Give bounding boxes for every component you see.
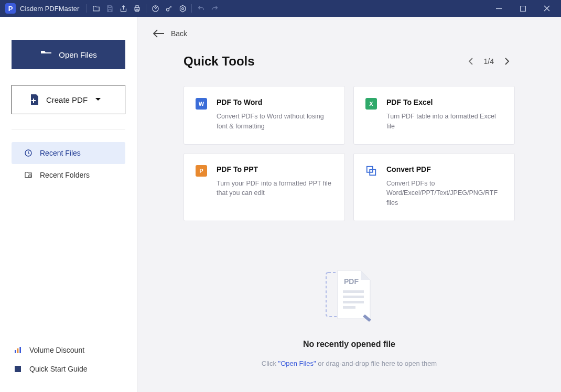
- quick-start-label: Quick Start Guide: [29, 365, 88, 373]
- sidebar-nav: Recent Files Recent Folders: [12, 142, 125, 186]
- book-icon: [14, 365, 22, 373]
- create-pdf-label: Create PDF: [46, 95, 88, 104]
- svg-point-4: [166, 8, 169, 10]
- convert-icon: [365, 165, 377, 177]
- empty-state: PDF No recently opened file Click "Open …: [153, 268, 545, 367]
- card-title: Convert PDF: [386, 165, 503, 173]
- svg-marker-5: [180, 5, 185, 12]
- divider: [12, 129, 125, 129]
- empty-title: No recently opened file: [153, 340, 545, 349]
- excel-icon: X: [365, 98, 377, 110]
- chevron-right-icon: [505, 58, 510, 65]
- chevron-left-icon: [468, 58, 473, 65]
- card-desc: Turn your PDF into a formatted PPT file …: [217, 179, 333, 199]
- share-icon[interactable]: [116, 2, 130, 15]
- open-files-label: Open Files: [59, 50, 97, 59]
- empty-illustration: PDF: [153, 268, 545, 326]
- undo-icon[interactable]: [194, 2, 208, 15]
- card-title: PDF To PPT: [217, 165, 333, 173]
- empty-open-files-link[interactable]: "Open Files": [278, 360, 316, 367]
- quick-tools-header: Quick Tools 1/4: [184, 53, 515, 69]
- svg-rect-13: [31, 100, 36, 101]
- card-pdf-to-ppt[interactable]: P PDF To PPT Turn your PDF into a format…: [184, 153, 345, 221]
- svg-rect-16: [15, 350, 16, 353]
- svg-rect-11: [41, 53, 51, 59]
- separator: [87, 4, 87, 13]
- separator: [191, 4, 192, 13]
- page-indicator: 1/4: [484, 57, 494, 66]
- card-pdf-to-excel[interactable]: X PDF To Excel Turn PDF table into a for…: [353, 86, 515, 145]
- open-files-button[interactable]: Open Files: [12, 40, 125, 69]
- svg-point-6: [182, 7, 184, 9]
- nav-recent-files-label: Recent Files: [40, 149, 81, 157]
- sidebar-footer: Volume Discount Quick Start Guide: [12, 341, 125, 378]
- separator: [146, 4, 146, 13]
- card-desc: Convert PDFs to Word/Excel/PPT/Text/JPEG…: [386, 179, 503, 208]
- nav-recent-folders[interactable]: Recent Folders: [12, 164, 125, 186]
- card-desc: Convert PDFs to Word without losing font…: [217, 112, 333, 132]
- svg-rect-24: [343, 301, 364, 303]
- close-button[interactable]: [535, 0, 559, 17]
- open-folder-icon[interactable]: [89, 2, 103, 15]
- back-button[interactable]: Back: [153, 29, 545, 38]
- volume-discount-icon: [14, 346, 22, 354]
- empty-prefix: Click: [262, 360, 276, 367]
- titlebar: P Cisdem PDFMaster: [0, 0, 561, 17]
- quick-start-link[interactable]: Quick Start Guide: [12, 360, 125, 378]
- create-pdf-icon: [29, 94, 40, 105]
- clock-icon: [24, 149, 33, 157]
- card-desc: Turn PDF table into a formatted Excel fi…: [386, 112, 503, 132]
- empty-suffix: or drag-and-drop file here to open them: [316, 360, 437, 367]
- redo-icon[interactable]: [208, 2, 221, 15]
- card-title: PDF To Excel: [386, 98, 503, 106]
- content: Open Files Create PDF Recent Files Recen…: [0, 17, 561, 392]
- create-pdf-button[interactable]: Create PDF: [12, 85, 125, 114]
- folder-clock-icon: [24, 171, 33, 179]
- minimize-button[interactable]: [487, 0, 511, 17]
- card-title: PDF To Word: [217, 98, 333, 106]
- settings-icon[interactable]: [176, 2, 189, 15]
- back-label: Back: [171, 29, 187, 38]
- maximize-button[interactable]: [511, 0, 535, 17]
- arrow-left-icon: [153, 29, 165, 38]
- card-pdf-to-word[interactable]: W PDF To Word Convert PDFs to Word witho…: [184, 86, 345, 145]
- nav-recent-files[interactable]: Recent Files: [12, 142, 125, 164]
- svg-rect-17: [17, 349, 19, 353]
- ppt-icon: P: [196, 165, 207, 177]
- help-icon[interactable]: [148, 2, 162, 15]
- svg-rect-18: [19, 347, 21, 353]
- nav-recent-folders-label: Recent Folders: [40, 171, 90, 179]
- app-title: Cisdem PDFMaster: [20, 5, 79, 13]
- main-panel: Back Quick Tools 1/4 W PDF To Word Conve…: [137, 17, 561, 392]
- quick-tools-cards: W PDF To Word Convert PDFs to Word witho…: [184, 86, 515, 221]
- svg-rect-23: [343, 296, 364, 298]
- page-prev-button[interactable]: [463, 53, 479, 69]
- svg-rect-8: [520, 6, 525, 11]
- svg-rect-1: [136, 5, 138, 7]
- print-icon[interactable]: [130, 2, 144, 15]
- pagination: 1/4: [463, 53, 515, 69]
- empty-subtitle: Click "Open Files" or drag-and-drop file…: [153, 360, 545, 367]
- card-convert-pdf[interactable]: Convert PDF Convert PDFs to Word/Excel/P…: [353, 153, 515, 221]
- app-logo: P: [5, 3, 16, 14]
- save-icon[interactable]: [103, 2, 116, 15]
- word-icon: W: [196, 98, 207, 110]
- key-icon[interactable]: [162, 2, 176, 15]
- sidebar: Open Files Create PDF Recent Files Recen…: [0, 17, 137, 392]
- svg-rect-22: [343, 290, 364, 293]
- folder-open-icon: [40, 49, 52, 60]
- page-next-button[interactable]: [499, 53, 515, 69]
- svg-rect-25: [343, 306, 355, 309]
- volume-discount-label: Volume Discount: [29, 346, 84, 354]
- pdf-badge-text: PDF: [344, 277, 359, 286]
- chevron-down-icon: [95, 97, 101, 102]
- quick-tools-title: Quick Tools: [184, 54, 255, 69]
- volume-discount-link[interactable]: Volume Discount: [12, 341, 125, 360]
